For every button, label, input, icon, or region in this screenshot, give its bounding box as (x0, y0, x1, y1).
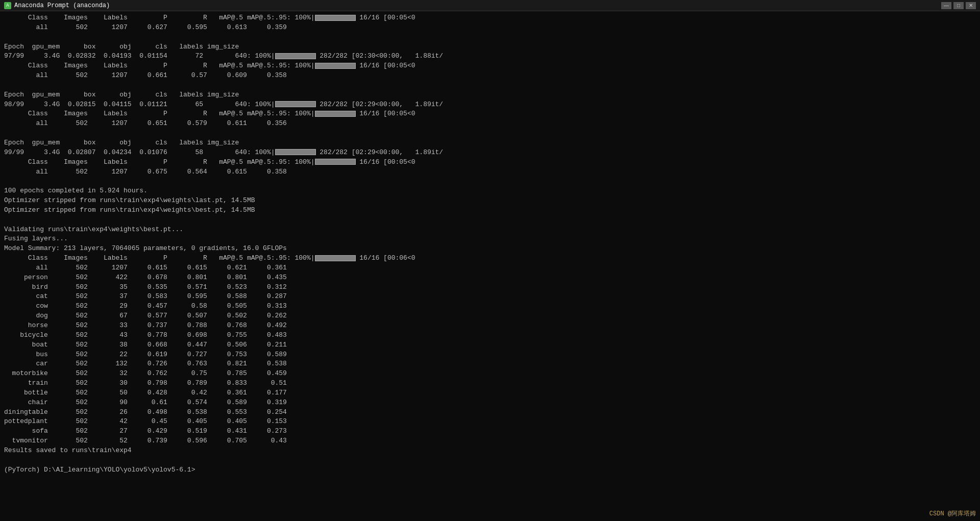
terminal-line: 97/99 3.4G 0.02832 0.04193 0.01154 72 64… (4, 52, 976, 61)
progress-bar (315, 15, 356, 21)
terminal-line: bicycle 502 43 0.778 0.698 0.755 0.483 (4, 331, 976, 340)
title-bar-text: Anaconda Prompt (anaconda) (14, 2, 938, 9)
terminal-line: 98/99 3.4G 0.02815 0.04115 0.01121 65 64… (4, 100, 976, 110)
terminal-line: bottle 502 50 0.428 0.42 0.361 0.177 (4, 388, 976, 398)
terminal-line: bird 502 35 0.535 0.571 0.523 0.312 (4, 283, 976, 292)
terminal-line: pottedplant 502 42 0.45 0.405 0.405 0.15… (4, 417, 976, 427)
terminal-line (4, 177, 976, 186)
terminal-line: horse 502 33 0.737 0.788 0.768 0.492 (4, 321, 976, 331)
terminal-line: chair 502 90 0.61 0.574 0.589 0.319 (4, 398, 976, 408)
progress-bar (315, 255, 356, 261)
maximize-button[interactable]: □ (953, 2, 964, 9)
terminal-line: bus 502 22 0.619 0.727 0.753 0.589 (4, 350, 976, 360)
terminal-line: car 502 132 0.726 0.763 0.821 0.538 (4, 359, 976, 369)
terminal-line: train 502 30 0.798 0.789 0.833 0.51 (4, 379, 976, 388)
terminal-line: (PyTorch) D:\AI_learning\YOLO\yolov5\yol… (4, 465, 976, 475)
close-button[interactable]: ✕ (966, 2, 976, 9)
terminal-output: Class Images Labels P R mAP@.5 mAP@.5:.9… (0, 11, 980, 521)
terminal-line: all 502 1207 0.651 0.579 0.611 0.356 (4, 119, 976, 129)
progress-bar-fill (315, 111, 355, 116)
progress-bar-fill (276, 54, 315, 59)
terminal-line: 99/99 3.4G 0.02807 0.04234 0.01076 58 64… (4, 148, 976, 158)
progress-bar (315, 159, 356, 165)
terminal-line: person 502 422 0.678 0.801 0.801 0.435 (4, 273, 976, 283)
progress-bar (275, 53, 316, 59)
progress-bar (315, 111, 356, 117)
terminal-line: Class Images Labels P R mAP@.5 mAP@.5:.9… (4, 109, 976, 119)
terminal-line: Optimizer stripped from runs\train\exp4\… (4, 206, 976, 215)
terminal-line: cow 502 29 0.457 0.58 0.505 0.313 (4, 302, 976, 311)
terminal-line: tvmonitor 502 52 0.739 0.596 0.705 0.43 (4, 436, 976, 446)
terminal-line: Validating runs\train\exp4\weights\best.… (4, 225, 976, 235)
terminal-line: Results saved to runs\train\exp4 (4, 446, 976, 456)
progress-bar-fill (276, 102, 315, 107)
terminal-line (4, 215, 976, 225)
progress-bar (315, 63, 356, 69)
terminal-line: Epoch gpu_mem box obj cls labels img_siz… (4, 90, 976, 100)
terminal-line: cat 502 37 0.583 0.595 0.588 0.287 (4, 292, 976, 302)
window-controls: — □ ✕ (941, 2, 976, 9)
terminal-line (4, 129, 976, 138)
terminal-line: diningtable 502 26 0.498 0.538 0.553 0.2… (4, 408, 976, 417)
progress-bar-fill (315, 256, 355, 261)
terminal-line (4, 33, 976, 42)
terminal-line: Class Images Labels P R mAP@.5 mAP@.5:.9… (4, 61, 976, 71)
progress-bar (275, 101, 316, 107)
terminal-line: motorbike 502 32 0.762 0.75 0.785 0.459 (4, 369, 976, 379)
terminal-line: Class Images Labels P R mAP@.5 mAP@.5:.9… (4, 254, 976, 263)
terminal-line: all 502 1207 0.627 0.595 0.613 0.359 (4, 23, 976, 33)
terminal-line: boat 502 38 0.668 0.447 0.506 0.211 (4, 340, 976, 350)
watermark: CSDN @阿库塔姆 (929, 509, 976, 518)
terminal-line: Fusing layers... (4, 234, 976, 244)
terminal-line: 100 epochs completed in 5.924 hours. (4, 186, 976, 196)
terminal-line: dog 502 67 0.577 0.507 0.502 0.262 (4, 311, 976, 321)
terminal-line: all 502 1207 0.615 0.615 0.621 0.361 (4, 263, 976, 273)
app-icon: A (4, 2, 11, 9)
progress-bar-fill (315, 63, 355, 68)
terminal-line: Class Images Labels P R mAP@.5 mAP@.5:.9… (4, 13, 976, 23)
progress-bar-fill (315, 159, 355, 164)
minimize-button[interactable]: — (941, 2, 951, 9)
terminal-line (4, 81, 976, 90)
terminal-line (4, 456, 976, 465)
progress-bar (275, 149, 316, 155)
terminal-line: Epoch gpu_mem box obj cls labels img_siz… (4, 138, 976, 148)
terminal-line: all 502 1207 0.675 0.564 0.615 0.358 (4, 167, 976, 177)
terminal-line: Optimizer stripped from runs\train\exp4\… (4, 196, 976, 206)
terminal-line: Class Images Labels P R mAP@.5 mAP@.5:.9… (4, 158, 976, 167)
terminal-line: sofa 502 27 0.429 0.519 0.431 0.273 (4, 427, 976, 436)
progress-bar-fill (276, 150, 315, 155)
terminal-line: Model Summary: 213 layers, 7064065 param… (4, 244, 976, 254)
terminal-line: all 502 1207 0.661 0.57 0.609 0.358 (4, 71, 976, 81)
terminal-line: Epoch gpu_mem box obj cls labels img_siz… (4, 42, 976, 52)
progress-bar-fill (315, 15, 355, 20)
title-bar: A Anaconda Prompt (anaconda) — □ ✕ (0, 0, 980, 11)
